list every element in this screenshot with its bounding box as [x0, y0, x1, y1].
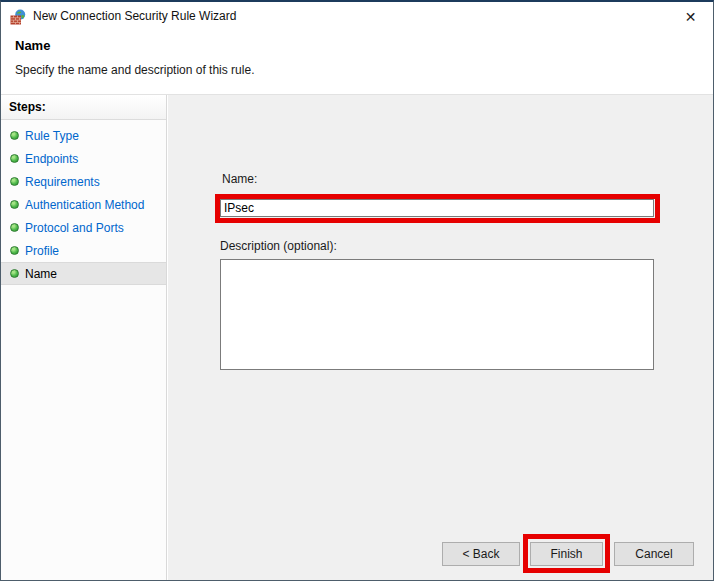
sidebar-item-rule-type[interactable]: Rule Type	[1, 124, 166, 147]
sidebar-item-name-current[interactable]: Name	[1, 262, 166, 285]
finish-button[interactable]: Finish	[530, 542, 603, 566]
step-label: Profile	[25, 244, 59, 258]
sidebar-item-requirements[interactable]: Requirements	[1, 170, 166, 193]
green-dot-icon	[10, 200, 19, 209]
page-title: Name	[15, 38, 50, 53]
step-label: Endpoints	[25, 152, 78, 166]
rule-description-textarea[interactable]	[220, 259, 654, 370]
sidebar-item-authentication-method[interactable]: Authentication Method	[1, 193, 166, 216]
page-subtitle: Specify the name and description of this…	[15, 63, 254, 77]
sidebar-item-protocol-and-ports[interactable]: Protocol and Ports	[1, 216, 166, 239]
cancel-button[interactable]: Cancel	[614, 542, 694, 566]
rule-name-input[interactable]	[220, 199, 654, 217]
wizard-page-header: Name Specify the name and description of…	[1, 32, 713, 94]
green-dot-icon	[10, 177, 19, 186]
step-label: Rule Type	[25, 129, 79, 143]
steps-heading: Steps:	[1, 95, 166, 120]
wizard-content-panel: Name: Description (optional): < Back Fin…	[168, 95, 713, 580]
sidebar-item-profile[interactable]: Profile	[1, 239, 166, 262]
back-button[interactable]: < Back	[442, 542, 520, 566]
green-dot-icon	[10, 223, 19, 232]
step-label: Requirements	[25, 175, 100, 189]
step-label: Authentication Method	[25, 198, 144, 212]
close-button[interactable]: ✕	[668, 2, 713, 32]
green-dot-icon	[10, 131, 19, 140]
green-dot-icon	[10, 269, 19, 278]
step-label: Name	[25, 267, 57, 281]
wizard-window: New Connection Security Rule Wizard ✕ Na…	[0, 0, 714, 581]
sidebar-item-endpoints[interactable]: Endpoints	[1, 147, 166, 170]
window-title: New Connection Security Rule Wizard	[33, 2, 236, 31]
green-dot-icon	[10, 154, 19, 163]
steps-sidebar: Steps: Rule Type Endpoints Requirements …	[1, 95, 167, 580]
green-dot-icon	[10, 246, 19, 255]
firewall-globe-icon	[10, 9, 26, 25]
step-label: Protocol and Ports	[25, 221, 124, 235]
steps-list: Rule Type Endpoints Requirements Authent…	[1, 124, 166, 285]
close-icon: ✕	[685, 9, 697, 25]
description-field-label: Description (optional):	[220, 239, 337, 253]
titlebar: New Connection Security Rule Wizard ✕	[1, 2, 713, 32]
name-field-label: Name:	[222, 172, 257, 186]
